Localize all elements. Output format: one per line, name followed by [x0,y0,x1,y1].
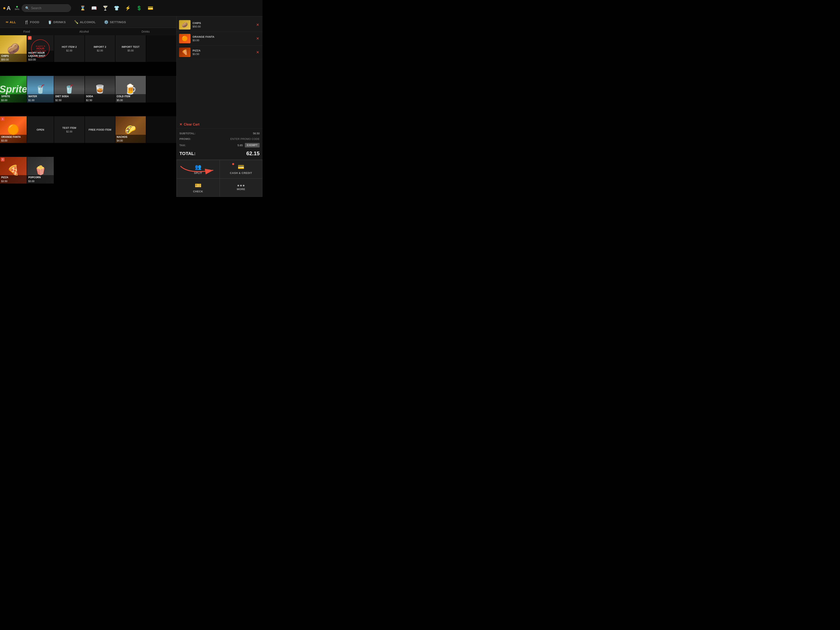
credit-card-icon[interactable]: 💳 [148,6,153,11]
promo-label: PROMO: [180,137,191,141]
tab-all[interactable]: ∞ ALL [2,18,20,26]
grid-item-pizza[interactable]: 1 🍕 PIZZA $3.50 [0,157,27,183]
menu-book-icon[interactable]: 📖 [91,6,97,11]
split-button[interactable]: 👥 SPLIT [177,160,219,178]
subtotal-value: 56.50 [253,132,260,135]
cart-item-pizza-info: PIZZA $3.50 [193,49,253,55]
battery-indicator: 84% [15,6,19,11]
test-item-label: TEST ITEM [62,126,76,129]
subtotal-row: SUBTOTAL: 56.50 [180,131,260,136]
grid-item-soda[interactable]: 🥃 SODA $2.50 [85,76,115,103]
cash-credit-button[interactable]: 💳 CASH & CREDIT [219,160,263,178]
cash-credit-dot [232,163,234,165]
clear-cart-button[interactable]: ✕ Clear Cart [177,120,262,129]
cart-item-chips-name: CHIPS [193,22,253,25]
logo-letter: A [6,5,11,11]
tab-drinks-label: DRINKS [53,20,66,24]
clear-cart-label: Clear Cart [184,123,199,126]
money-circle-icon[interactable]: 💲 [136,6,142,11]
grid-item-fanta[interactable]: 1 🟠 ORANGE FANTA $3.00 [0,116,27,143]
action-buttons: 👥 SPLIT 💳 CASH & CREDIT 🎫 CHECK MORE [177,160,262,197]
section-alcohol: Alcohol [53,29,115,34]
hourglass-icon[interactable]: ⌛ [80,6,85,11]
grid-item-hot-item-2[interactable]: HOT ITEM 2 $2.00 [54,35,84,62]
grid-item-import-test[interactable]: IMPORT TEST $5.00 [115,35,146,62]
grid-item-import-2[interactable]: IMPORT 2 $2.00 [85,35,115,62]
app-logo: A [3,5,11,11]
check-button[interactable]: 🎫 CHECK [177,178,219,197]
left-panel: ∞ ALL 🍴 FOOD 🥤 DRINKS 🍾 ALCOHOL ⚙️ SETTI… [0,16,176,197]
grid-item-nachos[interactable]: 🌮 NACHOS $4.00 [115,116,146,143]
clear-cart-x-icon: ✕ [180,122,182,126]
split-label: SPLIT [194,171,202,175]
cart-item-chips: 🥔 CHIPS $50.00 ✕ [177,18,262,32]
all-icon: ∞ [6,20,8,24]
cart-item-pizza-price: $3.50 [193,52,253,55]
items-grid: 🥔 CHIPS $50.00 1 ★ HAPPY ★ HOUR LIQUOR S… [0,35,176,197]
grid-item-popcorn[interactable]: 🍿 POPCORN $3.00 [27,157,54,183]
cart-items: 🥔 CHIPS $50.00 ✕ 🟠 ORANGE FANTA $3.00 ✕ … [177,16,262,120]
grid-item-water[interactable]: 🥤 WATER $1.00 [27,76,54,103]
grid-item-empty-3 [146,116,177,143]
cart-item-pizza-name: PIZZA [193,49,253,52]
tab-all-label: ALL [9,20,16,24]
grid-item-happy-hour[interactable]: 1 ★ HAPPY ★ HOUR LIQUOR SHOT HAPPY HOURL… [27,35,54,62]
cart-item-fanta-img: 🟠 [179,34,191,43]
grid-item-empty-1 [146,35,177,62]
battery-level: 84% [15,8,19,11]
nav-icons: ⌛ 📖 🍸 👕 ⚡ 💲 💳 [80,6,153,11]
grid-item-test-item[interactable]: TEST ITEM $2.00 [54,116,84,143]
tab-alcohol[interactable]: 🍾 ALCOHOL [70,18,100,27]
cart-item-chips-img: 🥔 [179,20,191,30]
grid-item-sprite[interactable]: Sprite SPRITE $3.00 [0,76,27,103]
section-drinks: Drinks [115,29,176,34]
cart-item-pizza-remove[interactable]: ✕ [255,49,260,55]
more-label: MORE [237,188,245,191]
exempt-button[interactable]: EXEMPT [245,143,260,147]
cart-item-chips-price: $50.00 [193,25,253,28]
cart-item-pizza-img: 🍕 [179,47,191,57]
cart-item-fanta-remove[interactable]: ✕ [255,35,260,42]
grid-item-diet-soda[interactable]: 🥤 DIET SODA $2.50 [54,76,84,103]
tab-settings[interactable]: ⚙️ SETTINGS [100,18,130,27]
subtotal-label: SUBTOTAL: [180,132,196,135]
more-button[interactable]: MORE [219,178,263,197]
search-bar[interactable]: 🔍 [22,4,71,12]
search-input[interactable] [31,6,68,10]
settings-icon: ⚙️ [104,20,109,24]
grid-item-cold-item[interactable]: 🍺 COLD ITEM $5.00 [115,76,146,103]
battery-dot [16,6,18,8]
cart-item-pizza: 🍕 PIZZA $3.50 ✕ [177,46,262,59]
import-2-price: $2.00 [97,49,103,52]
promo-code-input[interactable]: ENTER PROMO CODE [230,137,260,141]
food-icon: 🍴 [24,20,29,24]
free-food-label: FREE FOOD ITEM [88,128,111,131]
flash-bag-icon[interactable]: ⚡ [125,6,131,11]
tax-label: TAX: [180,144,186,147]
import-2-label: IMPORT 2 [94,45,106,48]
hot-item-2-label: HOT ITEM 2 [62,45,77,48]
check-label: CHECK [193,190,203,193]
right-panel: 🥔 CHIPS $50.00 ✕ 🟠 ORANGE FANTA $3.00 ✕ … [176,16,262,197]
split-icon: 👥 [195,164,201,170]
tab-food[interactable]: 🍴 FOOD [20,18,43,27]
grid-item-open[interactable]: OPEN [27,116,54,143]
cart-item-chips-info: CHIPS $50.00 [193,22,253,28]
grid-item-free-food[interactable]: FREE FOOD ITEM [85,116,115,143]
more-icon [237,185,245,186]
cocktail-icon[interactable]: 🍸 [103,6,108,11]
alcohol-icon: 🍾 [74,20,79,24]
shirt-icon[interactable]: 👕 [114,6,119,11]
category-tabs: ∞ ALL 🍴 FOOD 🥤 DRINKS 🍾 ALCOHOL ⚙️ SETTI… [0,16,176,28]
cash-credit-label: CASH & CREDIT [230,171,252,175]
promo-row: PROMO: ENTER PROMO CODE [180,136,260,142]
grid-item-chips[interactable]: 🥔 CHIPS $50.00 [0,35,27,62]
tax-row: TAX: 5.65 EXEMPT [180,142,260,149]
cart-item-chips-remove[interactable]: ✕ [255,22,260,28]
tab-food-label: FOOD [30,20,39,24]
tab-drinks[interactable]: 🥤 DRINKS [43,18,70,27]
test-item-price: $2.00 [66,130,73,133]
import-test-price: $5.00 [128,49,134,52]
logo-dot [3,7,5,9]
cash-credit-icon: 💳 [238,164,244,170]
